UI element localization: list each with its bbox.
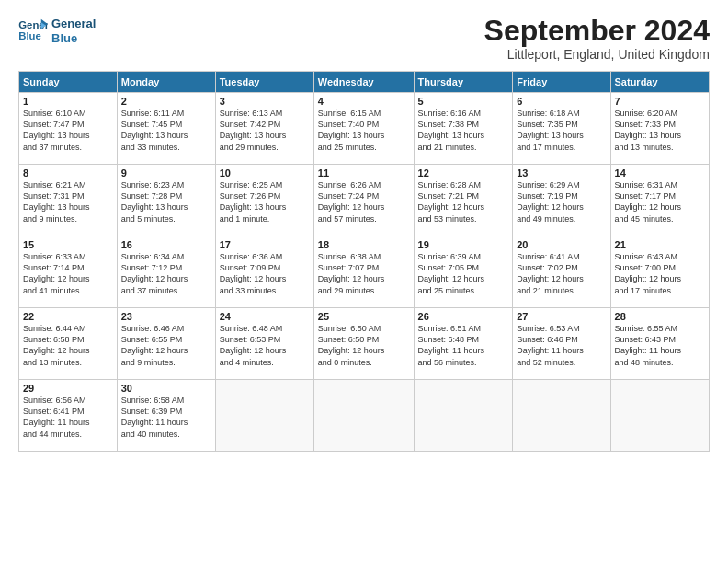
calendar-cell <box>513 380 610 452</box>
calendar-cell: 2Sunrise: 6:11 AM Sunset: 7:45 PM Daylig… <box>117 93 215 165</box>
day-number: 5 <box>418 96 509 107</box>
calendar-cell: 24Sunrise: 6:48 AM Sunset: 6:53 PM Dayli… <box>215 308 313 380</box>
logo-general: General <box>51 17 96 31</box>
day-number: 2 <box>121 96 211 107</box>
day-info: Sunrise: 6:11 AM Sunset: 7:45 PM Dayligh… <box>121 108 211 153</box>
day-info: Sunrise: 6:46 AM Sunset: 6:55 PM Dayligh… <box>121 323 211 368</box>
location: Littleport, England, United Kingdom <box>484 47 710 62</box>
col-sunday: Sunday <box>19 72 118 93</box>
day-info: Sunrise: 6:29 AM Sunset: 7:19 PM Dayligh… <box>517 179 606 224</box>
day-info: Sunrise: 6:26 AM Sunset: 7:24 PM Dayligh… <box>318 179 410 224</box>
day-info: Sunrise: 6:51 AM Sunset: 6:48 PM Dayligh… <box>418 323 509 368</box>
calendar-header-row: Sunday Monday Tuesday Wednesday Thursday… <box>19 72 710 93</box>
day-info: Sunrise: 6:41 AM Sunset: 7:02 PM Dayligh… <box>517 251 606 296</box>
day-info: Sunrise: 6:16 AM Sunset: 7:38 PM Dayligh… <box>418 108 509 153</box>
day-number: 23 <box>121 311 211 322</box>
day-number: 16 <box>121 239 211 250</box>
calendar-cell <box>313 380 414 452</box>
calendar-cell: 4Sunrise: 6:15 AM Sunset: 7:40 PM Daylig… <box>313 93 414 165</box>
calendar-cell: 7Sunrise: 6:20 AM Sunset: 7:33 PM Daylig… <box>610 93 709 165</box>
calendar-cell: 19Sunrise: 6:39 AM Sunset: 7:05 PM Dayli… <box>414 236 513 308</box>
col-wednesday: Wednesday <box>313 72 414 93</box>
day-info: Sunrise: 6:56 AM Sunset: 6:41 PM Dayligh… <box>23 395 113 440</box>
calendar-cell <box>414 380 513 452</box>
calendar-cell: 18Sunrise: 6:38 AM Sunset: 7:07 PM Dayli… <box>313 236 414 308</box>
logo-blue: Blue <box>51 31 96 46</box>
day-number: 19 <box>418 239 509 250</box>
day-info: Sunrise: 6:39 AM Sunset: 7:05 PM Dayligh… <box>418 251 509 296</box>
day-number: 9 <box>121 167 211 178</box>
day-info: Sunrise: 6:36 AM Sunset: 7:09 PM Dayligh… <box>220 251 310 296</box>
day-number: 6 <box>517 96 606 107</box>
day-info: Sunrise: 6:15 AM Sunset: 7:40 PM Dayligh… <box>318 108 410 153</box>
day-number: 25 <box>318 311 410 322</box>
day-number: 17 <box>220 239 310 250</box>
calendar: Sunday Monday Tuesday Wednesday Thursday… <box>18 71 710 452</box>
day-info: Sunrise: 6:33 AM Sunset: 7:14 PM Dayligh… <box>23 251 113 296</box>
calendar-cell <box>610 380 709 452</box>
day-number: 10 <box>220 167 310 178</box>
calendar-cell: 8Sunrise: 6:21 AM Sunset: 7:31 PM Daylig… <box>19 165 118 236</box>
day-info: Sunrise: 6:34 AM Sunset: 7:12 PM Dayligh… <box>121 251 211 296</box>
day-number: 21 <box>615 239 705 250</box>
day-number: 8 <box>23 167 113 178</box>
day-info: Sunrise: 6:13 AM Sunset: 7:42 PM Dayligh… <box>220 108 310 153</box>
calendar-cell: 12Sunrise: 6:28 AM Sunset: 7:21 PM Dayli… <box>414 165 513 236</box>
calendar-cell: 3Sunrise: 6:13 AM Sunset: 7:42 PM Daylig… <box>215 93 313 165</box>
calendar-cell: 13Sunrise: 6:29 AM Sunset: 7:19 PM Dayli… <box>513 165 610 236</box>
day-info: Sunrise: 6:50 AM Sunset: 6:50 PM Dayligh… <box>318 323 410 368</box>
day-number: 27 <box>517 311 606 322</box>
day-info: Sunrise: 6:43 AM Sunset: 7:00 PM Dayligh… <box>615 251 705 296</box>
calendar-cell: 17Sunrise: 6:36 AM Sunset: 7:09 PM Dayli… <box>215 236 313 308</box>
day-number: 12 <box>418 167 509 178</box>
svg-text:Blue: Blue <box>18 29 41 40</box>
calendar-cell: 15Sunrise: 6:33 AM Sunset: 7:14 PM Dayli… <box>19 236 118 308</box>
col-friday: Friday <box>513 72 610 93</box>
calendar-cell: 6Sunrise: 6:18 AM Sunset: 7:35 PM Daylig… <box>513 93 610 165</box>
day-info: Sunrise: 6:28 AM Sunset: 7:21 PM Dayligh… <box>418 179 509 224</box>
logo: General Blue General Blue <box>18 15 96 45</box>
calendar-cell <box>215 380 313 452</box>
calendar-week-row: 1Sunrise: 6:10 AM Sunset: 7:47 PM Daylig… <box>19 93 710 165</box>
day-info: Sunrise: 6:20 AM Sunset: 7:33 PM Dayligh… <box>615 108 705 153</box>
day-number: 11 <box>318 167 410 178</box>
calendar-cell: 11Sunrise: 6:26 AM Sunset: 7:24 PM Dayli… <box>313 165 414 236</box>
calendar-week-row: 29Sunrise: 6:56 AM Sunset: 6:41 PM Dayli… <box>19 380 710 452</box>
calendar-week-row: 8Sunrise: 6:21 AM Sunset: 7:31 PM Daylig… <box>19 165 710 236</box>
col-monday: Monday <box>117 72 215 93</box>
logo-icon: General Blue <box>18 17 48 43</box>
day-number: 18 <box>318 239 410 250</box>
day-number: 7 <box>615 96 705 107</box>
day-info: Sunrise: 6:10 AM Sunset: 7:47 PM Dayligh… <box>23 108 113 153</box>
day-number: 26 <box>418 311 509 322</box>
calendar-cell: 5Sunrise: 6:16 AM Sunset: 7:38 PM Daylig… <box>414 93 513 165</box>
title-block: September 2024 Littleport, England, Unit… <box>484 15 710 62</box>
day-number: 30 <box>121 383 211 394</box>
calendar-cell: 21Sunrise: 6:43 AM Sunset: 7:00 PM Dayli… <box>610 236 709 308</box>
calendar-cell: 29Sunrise: 6:56 AM Sunset: 6:41 PM Dayli… <box>19 380 118 452</box>
calendar-week-row: 22Sunrise: 6:44 AM Sunset: 6:58 PM Dayli… <box>19 308 710 380</box>
calendar-cell: 30Sunrise: 6:58 AM Sunset: 6:39 PM Dayli… <box>117 380 215 452</box>
day-info: Sunrise: 6:38 AM Sunset: 7:07 PM Dayligh… <box>318 251 410 296</box>
day-info: Sunrise: 6:53 AM Sunset: 6:46 PM Dayligh… <box>517 323 606 368</box>
month-title: September 2024 <box>484 15 710 47</box>
day-info: Sunrise: 6:48 AM Sunset: 6:53 PM Dayligh… <box>220 323 310 368</box>
day-number: 29 <box>23 383 113 394</box>
calendar-cell: 23Sunrise: 6:46 AM Sunset: 6:55 PM Dayli… <box>117 308 215 380</box>
day-info: Sunrise: 6:18 AM Sunset: 7:35 PM Dayligh… <box>517 108 606 153</box>
day-info: Sunrise: 6:31 AM Sunset: 7:17 PM Dayligh… <box>615 179 705 224</box>
day-info: Sunrise: 6:55 AM Sunset: 6:43 PM Dayligh… <box>615 323 705 368</box>
calendar-cell: 1Sunrise: 6:10 AM Sunset: 7:47 PM Daylig… <box>19 93 118 165</box>
day-number: 20 <box>517 239 606 250</box>
calendar-cell: 22Sunrise: 6:44 AM Sunset: 6:58 PM Dayli… <box>19 308 118 380</box>
calendar-cell: 25Sunrise: 6:50 AM Sunset: 6:50 PM Dayli… <box>313 308 414 380</box>
day-info: Sunrise: 6:23 AM Sunset: 7:28 PM Dayligh… <box>121 179 211 224</box>
calendar-week-row: 15Sunrise: 6:33 AM Sunset: 7:14 PM Dayli… <box>19 236 710 308</box>
page: General Blue General Blue September 2024… <box>0 0 728 563</box>
calendar-cell: 9Sunrise: 6:23 AM Sunset: 7:28 PM Daylig… <box>117 165 215 236</box>
day-info: Sunrise: 6:44 AM Sunset: 6:58 PM Dayligh… <box>23 323 113 368</box>
calendar-cell: 10Sunrise: 6:25 AM Sunset: 7:26 PM Dayli… <box>215 165 313 236</box>
day-number: 1 <box>23 96 113 107</box>
col-tuesday: Tuesday <box>215 72 313 93</box>
day-number: 28 <box>615 311 705 322</box>
